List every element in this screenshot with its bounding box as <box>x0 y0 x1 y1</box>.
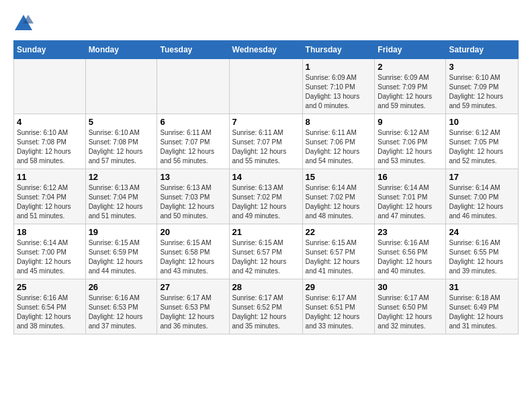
calendar-cell: 2Sunrise: 6:09 AM Sunset: 7:09 PM Daylig… <box>375 59 446 114</box>
calendar-cell: 29Sunrise: 6:17 AM Sunset: 6:51 PM Dayli… <box>302 279 375 334</box>
day-number: 4 <box>17 117 83 127</box>
weekday-monday: Monday <box>85 41 157 59</box>
logo-icon <box>13 13 34 34</box>
calendar-cell: 5Sunrise: 6:10 AM Sunset: 7:08 PM Daylig… <box>85 114 157 169</box>
week-row-5: 25Sunrise: 6:16 AM Sunset: 6:54 PM Dayli… <box>14 279 519 334</box>
weekday-wednesday: Wednesday <box>229 41 302 59</box>
calendar-cell: 22Sunrise: 6:15 AM Sunset: 6:57 PM Dayli… <box>302 224 375 279</box>
calendar-cell: 30Sunrise: 6:17 AM Sunset: 6:50 PM Dayli… <box>375 279 446 334</box>
day-number: 23 <box>378 227 443 237</box>
day-info: Sunrise: 6:16 AM Sunset: 6:55 PM Dayligh… <box>449 238 515 276</box>
calendar-cell: 26Sunrise: 6:16 AM Sunset: 6:53 PM Dayli… <box>85 279 157 334</box>
week-row-4: 18Sunrise: 6:14 AM Sunset: 7:00 PM Dayli… <box>14 224 519 279</box>
calendar-cell: 4Sunrise: 6:10 AM Sunset: 7:08 PM Daylig… <box>14 114 86 169</box>
day-number: 3 <box>449 62 515 72</box>
day-number: 28 <box>232 282 300 292</box>
day-number: 30 <box>378 282 443 292</box>
day-number: 1 <box>306 62 372 72</box>
day-number: 27 <box>160 282 226 292</box>
calendar-table: SundayMondayTuesdayWednesdayThursdayFrid… <box>13 40 519 334</box>
calendar-cell: 12Sunrise: 6:13 AM Sunset: 7:04 PM Dayli… <box>85 169 157 224</box>
calendar-cell: 27Sunrise: 6:17 AM Sunset: 6:53 PM Dayli… <box>157 279 229 334</box>
calendar-cell <box>85 59 157 114</box>
day-number: 31 <box>449 282 515 292</box>
day-info: Sunrise: 6:12 AM Sunset: 7:05 PM Dayligh… <box>449 128 515 166</box>
day-number: 25 <box>17 282 83 292</box>
calendar-cell: 19Sunrise: 6:15 AM Sunset: 6:59 PM Dayli… <box>85 224 157 279</box>
weekday-tuesday: Tuesday <box>157 41 229 59</box>
day-number: 16 <box>378 172 443 182</box>
day-info: Sunrise: 6:11 AM Sunset: 7:07 PM Dayligh… <box>160 128 226 166</box>
day-number: 5 <box>89 117 154 127</box>
day-info: Sunrise: 6:10 AM Sunset: 7:08 PM Dayligh… <box>89 128 154 166</box>
calendar-cell: 10Sunrise: 6:12 AM Sunset: 7:05 PM Dayli… <box>446 114 519 169</box>
day-info: Sunrise: 6:17 AM Sunset: 6:51 PM Dayligh… <box>306 293 372 331</box>
calendar-cell: 17Sunrise: 6:14 AM Sunset: 7:00 PM Dayli… <box>446 169 519 224</box>
page-header <box>13 13 519 34</box>
calendar-cell: 25Sunrise: 6:16 AM Sunset: 6:54 PM Dayli… <box>14 279 86 334</box>
calendar-cell: 16Sunrise: 6:14 AM Sunset: 7:01 PM Dayli… <box>375 169 446 224</box>
calendar-cell: 31Sunrise: 6:18 AM Sunset: 6:49 PM Dayli… <box>446 279 519 334</box>
day-info: Sunrise: 6:13 AM Sunset: 7:04 PM Dayligh… <box>89 183 154 221</box>
weekday-friday: Friday <box>375 41 446 59</box>
day-info: Sunrise: 6:17 AM Sunset: 6:52 PM Dayligh… <box>232 293 300 331</box>
week-row-2: 4Sunrise: 6:10 AM Sunset: 7:08 PM Daylig… <box>14 114 519 169</box>
calendar-cell: 20Sunrise: 6:15 AM Sunset: 6:58 PM Dayli… <box>157 224 229 279</box>
day-info: Sunrise: 6:14 AM Sunset: 7:00 PM Dayligh… <box>449 183 515 221</box>
day-number: 6 <box>160 117 226 127</box>
calendar-cell: 21Sunrise: 6:15 AM Sunset: 6:57 PM Dayli… <box>229 224 302 279</box>
day-info: Sunrise: 6:15 AM Sunset: 6:57 PM Dayligh… <box>232 238 300 276</box>
calendar-body: 1Sunrise: 6:09 AM Sunset: 7:10 PM Daylig… <box>14 59 519 334</box>
calendar-cell: 24Sunrise: 6:16 AM Sunset: 6:55 PM Dayli… <box>446 224 519 279</box>
day-info: Sunrise: 6:16 AM Sunset: 6:53 PM Dayligh… <box>89 293 154 331</box>
day-info: Sunrise: 6:14 AM Sunset: 7:00 PM Dayligh… <box>17 238 83 276</box>
day-info: Sunrise: 6:12 AM Sunset: 7:04 PM Dayligh… <box>17 183 83 221</box>
day-info: Sunrise: 6:15 AM Sunset: 6:57 PM Dayligh… <box>306 238 372 276</box>
day-number: 21 <box>232 227 300 237</box>
calendar-cell: 1Sunrise: 6:09 AM Sunset: 7:10 PM Daylig… <box>302 59 375 114</box>
day-number: 19 <box>89 227 154 237</box>
day-info: Sunrise: 6:13 AM Sunset: 7:03 PM Dayligh… <box>160 183 226 221</box>
calendar-cell: 11Sunrise: 6:12 AM Sunset: 7:04 PM Dayli… <box>14 169 86 224</box>
weekday-saturday: Saturday <box>446 41 519 59</box>
day-number: 20 <box>160 227 226 237</box>
day-number: 11 <box>17 172 83 182</box>
day-number: 18 <box>17 227 83 237</box>
day-info: Sunrise: 6:12 AM Sunset: 7:06 PM Dayligh… <box>378 128 443 166</box>
day-number: 8 <box>306 117 372 127</box>
week-row-3: 11Sunrise: 6:12 AM Sunset: 7:04 PM Dayli… <box>14 169 519 224</box>
day-number: 13 <box>160 172 226 182</box>
day-number: 26 <box>89 282 154 292</box>
day-number: 29 <box>306 282 372 292</box>
day-info: Sunrise: 6:11 AM Sunset: 7:07 PM Dayligh… <box>232 128 300 166</box>
day-info: Sunrise: 6:15 AM Sunset: 6:58 PM Dayligh… <box>160 238 226 276</box>
day-info: Sunrise: 6:14 AM Sunset: 7:01 PM Dayligh… <box>378 183 443 221</box>
day-info: Sunrise: 6:16 AM Sunset: 6:54 PM Dayligh… <box>17 293 83 331</box>
day-info: Sunrise: 6:11 AM Sunset: 7:06 PM Dayligh… <box>306 128 372 166</box>
day-info: Sunrise: 6:18 AM Sunset: 6:49 PM Dayligh… <box>449 293 515 331</box>
day-info: Sunrise: 6:09 AM Sunset: 7:10 PM Dayligh… <box>306 73 372 111</box>
calendar-cell: 28Sunrise: 6:17 AM Sunset: 6:52 PM Dayli… <box>229 279 302 334</box>
weekday-sunday: Sunday <box>14 41 86 59</box>
day-number: 22 <box>306 227 372 237</box>
day-info: Sunrise: 6:10 AM Sunset: 7:08 PM Dayligh… <box>17 128 83 166</box>
day-number: 12 <box>89 172 154 182</box>
calendar-cell <box>229 59 302 114</box>
day-number: 15 <box>306 172 372 182</box>
day-number: 2 <box>378 62 443 72</box>
day-number: 9 <box>378 117 443 127</box>
calendar-cell: 15Sunrise: 6:14 AM Sunset: 7:02 PM Dayli… <box>302 169 375 224</box>
weekday-thursday: Thursday <box>302 41 375 59</box>
calendar-cell: 7Sunrise: 6:11 AM Sunset: 7:07 PM Daylig… <box>229 114 302 169</box>
calendar-cell: 14Sunrise: 6:13 AM Sunset: 7:02 PM Dayli… <box>229 169 302 224</box>
day-number: 17 <box>449 172 515 182</box>
day-info: Sunrise: 6:15 AM Sunset: 6:59 PM Dayligh… <box>89 238 154 276</box>
day-info: Sunrise: 6:17 AM Sunset: 6:53 PM Dayligh… <box>160 293 226 331</box>
day-number: 14 <box>232 172 300 182</box>
calendar-cell: 18Sunrise: 6:14 AM Sunset: 7:00 PM Dayli… <box>14 224 86 279</box>
day-info: Sunrise: 6:17 AM Sunset: 6:50 PM Dayligh… <box>378 293 443 331</box>
day-info: Sunrise: 6:14 AM Sunset: 7:02 PM Dayligh… <box>306 183 372 221</box>
logo <box>13 13 36 34</box>
calendar-cell <box>157 59 229 114</box>
calendar-cell <box>14 59 86 114</box>
